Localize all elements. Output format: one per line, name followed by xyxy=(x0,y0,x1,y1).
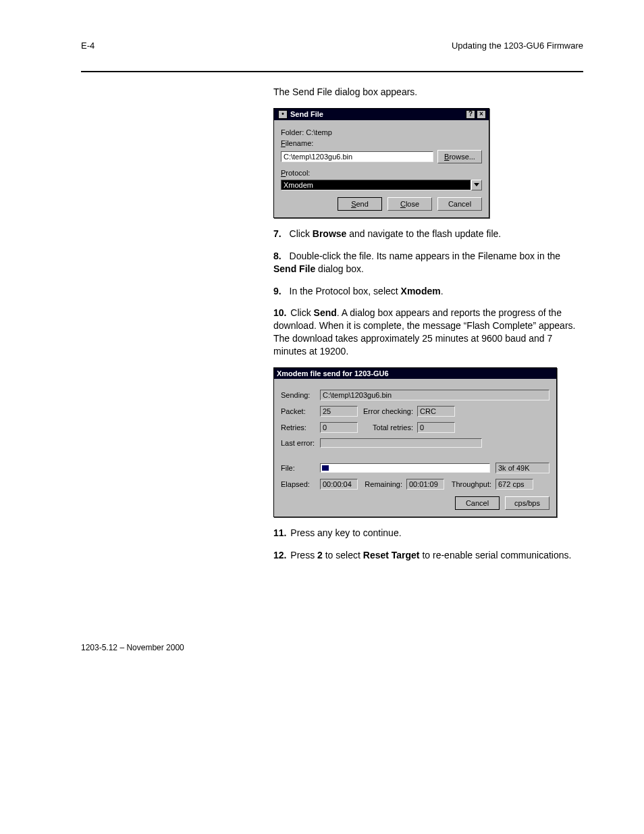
cancel-button[interactable]: Cancel xyxy=(437,197,482,211)
browse-button[interactable]: Browse... xyxy=(437,150,482,163)
send-button[interactable]: Send xyxy=(338,197,382,211)
throughput-value: 672 cps xyxy=(495,479,533,490)
elapsed-label: Elapsed: xyxy=(281,480,320,488)
step-7-num: 7. xyxy=(273,228,281,239)
step-12-num: 12. xyxy=(273,550,286,561)
xmodem-progress-dialog: Xmodem file send for 1203-GU6 Sending: C… xyxy=(273,367,557,517)
page-title: Updating the 1203-GU6 Firmware xyxy=(452,41,583,51)
filename-input[interactable]: C:\temp\1203gu6.bin xyxy=(281,151,433,162)
step-9-num: 9. xyxy=(273,286,281,296)
packet-label: Packet: xyxy=(281,407,320,415)
packet-value: 25 xyxy=(320,406,358,417)
footer-text: 1203-5.12 – November 2000 xyxy=(81,643,583,652)
filename-label: Filename: xyxy=(281,139,313,147)
lasterr-label: Last error: xyxy=(281,439,320,447)
retries-value: 0 xyxy=(320,422,358,433)
send-file-titlebar: • Send File ? × xyxy=(274,109,489,120)
errchk-value: CRC xyxy=(417,406,455,417)
folder-label: Folder: C:\temp xyxy=(281,128,332,136)
page-number: E-4 xyxy=(81,41,95,51)
totret-label: Total retries: xyxy=(358,423,417,432)
step-11-num: 11. xyxy=(273,527,286,538)
sending-label: Sending: xyxy=(281,391,320,399)
send-file-dialog: • Send File ? × Folder: C:\temp Filename… xyxy=(273,108,489,218)
file-progressbar xyxy=(320,463,490,473)
retries-label: Retries: xyxy=(281,423,320,432)
app-icon: • xyxy=(278,110,288,119)
file-label: File: xyxy=(281,464,320,472)
file-progress-text: 3k of 49K xyxy=(495,463,549,473)
remaining-value: 00:01:09 xyxy=(406,479,444,490)
intro-text: The Send File dialog box appears. xyxy=(273,86,583,99)
xmodem-title: Xmodem file send for 1203-GU6 xyxy=(277,369,554,377)
protocol-select[interactable]: Xmodem xyxy=(281,180,471,190)
elapsed-value: 00:00:04 xyxy=(320,479,358,490)
xmodem-titlebar: Xmodem file send for 1203-GU6 xyxy=(274,368,556,379)
protocol-label: Protocol: xyxy=(281,169,310,177)
throughput-label: Throughput: xyxy=(444,480,495,488)
progress-cancel-button[interactable]: Cancel xyxy=(455,496,500,510)
errchk-label: Error checking: xyxy=(358,407,417,415)
help-icon[interactable]: ? xyxy=(466,110,475,119)
file-progress-fill xyxy=(322,465,329,471)
close-button[interactable]: Close xyxy=(387,197,432,211)
cpsbps-button[interactable]: cps/bps xyxy=(505,496,549,510)
sending-value: C:\temp\1203gu6.bin xyxy=(320,390,549,400)
header-rule xyxy=(81,71,583,72)
step-10-num: 10. xyxy=(273,307,286,318)
protocol-dropdown-icon[interactable] xyxy=(471,180,482,190)
send-file-title: Send File xyxy=(288,110,464,118)
step-8-num: 8. xyxy=(273,251,281,261)
lasterr-value xyxy=(320,438,482,448)
close-icon[interactable]: × xyxy=(477,110,486,119)
totret-value: 0 xyxy=(417,422,455,433)
remaining-label: Remaining: xyxy=(358,480,406,488)
